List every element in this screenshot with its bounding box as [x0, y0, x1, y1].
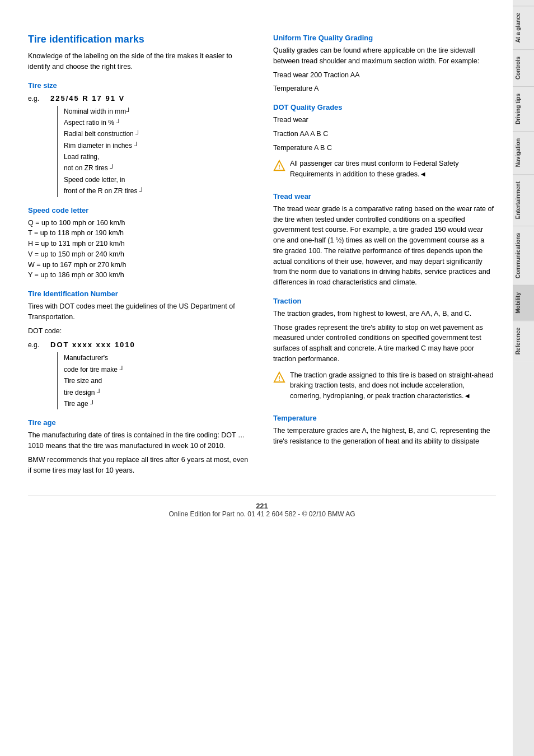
tire-row-5: Load rating,	[64, 151, 144, 162]
tire-row-2: Aspect ratio in % ┘	[64, 117, 144, 128]
speed-code-heading: Speed code letter	[28, 206, 251, 214]
speed-w: W = up to 167 mph or 270 km/h	[28, 260, 251, 270]
dot-grade-3: Temperature A B C	[273, 143, 496, 153]
utqg-text1: Quality grades can be found where applic…	[273, 45, 496, 67]
sidebar-item-driving-tips[interactable]: Driving tips	[513, 86, 534, 131]
sidebar-item-entertainment[interactable]: Entertainment	[513, 174, 534, 226]
dot-grade-2: Traction AA A B C	[273, 129, 496, 139]
sidebar-item-controls[interactable]: Controls	[513, 49, 534, 86]
traction-warning-icon: !	[273, 371, 285, 384]
temperature-heading: Temperature	[273, 414, 496, 422]
speed-y: Y = up to 186 mph or 300 km/h	[28, 270, 251, 281]
tire-row-6: not on ZR tires ┘	[64, 162, 144, 174]
tread-wear-text: The tread wear grade is a comparative ra…	[273, 204, 496, 288]
traction-heading: Traction	[273, 297, 496, 305]
dot-eg-label: e.g.	[28, 341, 50, 349]
dot-row-3: Tire size and	[64, 375, 124, 386]
temperature-text: The temperature grades are A, the highes…	[273, 426, 496, 447]
footer: 221 Online Edition for Part no. 01 41 2 …	[28, 496, 496, 518]
tire-row-3: Radial belt construction ┘	[64, 128, 144, 139]
tire-id-text1: Tires with DOT codes meet the guidelines…	[28, 301, 251, 323]
speed-v: V = up to 150 mph or 240 km/h	[28, 249, 251, 260]
svg-text:!: !	[278, 164, 280, 170]
sidebar: At a glance Controls Driving tips Naviga…	[513, 0, 534, 756]
dot-row-4: tire design ┘	[64, 387, 124, 398]
speed-q: Q = up to 100 mph or 160 km/h	[28, 218, 251, 228]
speed-h: H = up to 131 mph or 210 km/h	[28, 239, 251, 249]
tire-row-8: front of the R on ZR tires ┘	[64, 185, 144, 197]
dot-diagram: e.g. DOT xxxx xxx 1010 Manufacturer's co…	[28, 340, 251, 409]
dot-grades-heading: DOT Quality Grades	[273, 103, 496, 111]
tire-age-heading: Tire age	[28, 418, 251, 427]
speed-t: T = up to 118 mph or 190 km/h	[28, 228, 251, 239]
speed-code-list: Q = up to 100 mph or 160 km/h T = up to …	[28, 218, 251, 281]
right-column: Uniform Tire Quality Grading Quality gra…	[273, 34, 496, 479]
svg-text:!: !	[278, 375, 280, 381]
sidebar-item-reference[interactable]: Reference	[513, 320, 534, 361]
footer-text: Online Edition for Part no. 01 41 2 604 …	[28, 510, 496, 518]
utqg-heading: Uniform Tire Quality Grading	[273, 34, 496, 42]
main-content: Tire identification marks Knowledge of t…	[0, 0, 513, 756]
sidebar-item-navigation[interactable]: Navigation	[513, 131, 534, 174]
traction-text2: Those grades represent the tire's abilit…	[273, 323, 496, 365]
left-column: Tire identification marks Knowledge of t…	[28, 34, 256, 479]
tire-size-diagram: e.g. 225/45 R 17 91 V Nominal width in m…	[28, 94, 251, 197]
tire-row-4: Rim diameter in inches ┘	[64, 140, 144, 151]
dot-row-2: code for tire make ┘	[64, 364, 124, 375]
utqg-example1: Tread wear 200 Traction AA	[273, 70, 496, 81]
dot-row-1: Manufacturer's	[64, 352, 124, 363]
dot-value: DOT xxxx xxx 1010	[50, 340, 135, 349]
tire-row-7: Speed code letter, in	[64, 174, 144, 185]
tire-size-value: 225/45 R 17 91 V	[50, 94, 125, 102]
tire-age-text2: BMW recommends that you replace all tire…	[28, 455, 251, 476]
eg-label: e.g.	[28, 95, 50, 102]
warning-icon: !	[273, 160, 285, 172]
intro-text: Knowledge of the labeling on the side of…	[28, 51, 251, 72]
sidebar-item-at-a-glance[interactable]: At a glance	[513, 6, 534, 49]
traction-text1: The traction grades, from highest to low…	[273, 309, 496, 319]
sidebar-item-mobility[interactable]: Mobility	[513, 285, 534, 320]
dot-label: DOT code:	[28, 326, 251, 337]
dot-grades-warning: All passenger car tires must conform to …	[290, 158, 496, 180]
tire-id-heading: Tire Identification Number	[28, 290, 251, 298]
utqg-example2: Temperature A	[273, 83, 496, 94]
tire-row-1: Nominal width in mm┘	[64, 106, 144, 117]
tread-wear-heading: Tread wear	[273, 192, 496, 200]
traction-warning-box: ! The traction grade assigned to this ti…	[273, 370, 496, 405]
tire-age-text1: The manufacturing date of tires is conta…	[28, 430, 251, 451]
dot-grade-1: Tread wear	[273, 115, 496, 125]
page-number: 221	[28, 502, 496, 510]
tire-size-heading: Tire size	[28, 81, 251, 90]
dot-row-5: Tire age ┘	[64, 398, 124, 409]
traction-warning: The traction grade assigned to this tire…	[290, 370, 496, 402]
sidebar-item-communications[interactable]: Communications	[513, 226, 534, 285]
main-title: Tire identification marks	[28, 34, 251, 45]
dot-grades-warning-box: ! All passenger car tires must conform t…	[273, 158, 496, 183]
